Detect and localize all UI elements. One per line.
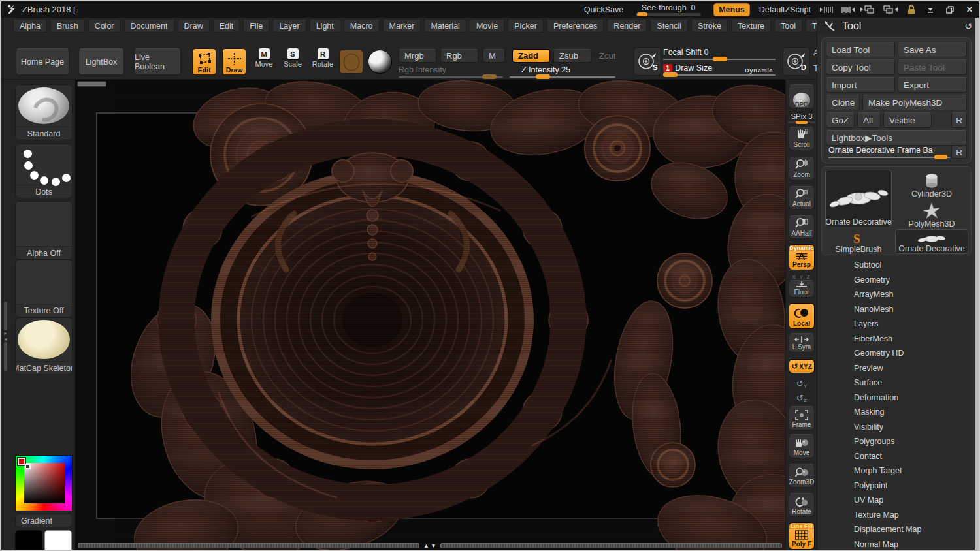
default-zscript-button[interactable]: DefaultZScript xyxy=(759,5,811,14)
section-preview[interactable]: Preview xyxy=(817,361,979,376)
menu-item-texture[interactable]: Texture xyxy=(731,20,771,33)
see-through-handle[interactable] xyxy=(637,12,647,16)
load-tool-button[interactable]: Load Tool xyxy=(826,42,895,57)
goz-r-button[interactable]: R xyxy=(951,112,967,128)
frame-button[interactable]: Frame xyxy=(789,406,815,430)
section-arraymesh[interactable]: ArrayMesh xyxy=(817,287,979,302)
menu-item-layer[interactable]: Layer xyxy=(272,20,306,33)
rotate-y-button[interactable]: ↺Y xyxy=(786,379,817,389)
current-brush-swatch[interactable] xyxy=(339,50,363,74)
current-material-thumbnail[interactable]: MatCap Skeleton xyxy=(15,317,73,375)
menu-item-file[interactable]: File xyxy=(243,20,269,33)
z-intensity-handle[interactable] xyxy=(536,74,550,79)
export-button[interactable]: Export xyxy=(898,77,967,93)
stroke-picker-button[interactable]: S xyxy=(634,47,661,76)
z-intensity-slider[interactable]: Z Intensity 25 xyxy=(510,63,615,78)
zcut-button[interactable]: Zcut xyxy=(593,49,619,63)
persp-button[interactable]: Dynamic Persp xyxy=(789,244,815,270)
save-as-button[interactable]: Save As xyxy=(898,42,967,57)
section-morph-target[interactable]: Morph Target xyxy=(817,464,979,479)
tray-collapse-icon[interactable]: ◂ xyxy=(4,336,7,342)
section-normal-map[interactable]: Normal Map xyxy=(817,537,979,551)
menu-item-light[interactable]: Light xyxy=(310,20,340,33)
section-masking[interactable]: Masking xyxy=(817,405,979,420)
menu-item-color[interactable]: Color xyxy=(88,20,121,33)
document-canvas[interactable]: ▲▼ xyxy=(75,80,785,551)
import-button[interactable]: Import xyxy=(826,77,895,93)
simplebrush-tool[interactable]: S SimpleBrush xyxy=(825,229,892,254)
section-nanomesh[interactable]: NanoMesh xyxy=(817,302,979,317)
floor-button[interactable]: Floor xyxy=(789,280,815,298)
scroll-button[interactable]: Scroll xyxy=(789,127,815,150)
bpr-button[interactable]: BPR xyxy=(789,84,815,109)
quicksave-button[interactable]: QuickSave xyxy=(584,5,623,14)
copy-tool-button[interactable]: Copy Tool xyxy=(826,59,895,75)
section-polypaint[interactable]: Polypaint xyxy=(817,479,979,494)
menu-item-brush[interactable]: Brush xyxy=(50,20,85,33)
left-tray-divider-icon[interactable] xyxy=(820,5,834,14)
minimize-button[interactable] xyxy=(925,5,936,15)
menus-button[interactable]: Menus xyxy=(713,3,750,16)
goz-visible-button[interactable]: Visible xyxy=(883,112,932,128)
canvas-top-scrollbar[interactable] xyxy=(77,81,106,87)
panel-reset-icon[interactable]: ↺ xyxy=(964,21,972,31)
focal-shift-slider[interactable]: Focal Shift 0 xyxy=(663,46,776,60)
menu-item-tool[interactable]: Tool xyxy=(774,20,802,33)
tray-open-down-icon[interactable]: ▼ xyxy=(431,543,436,549)
menu-item-picker[interactable]: Picker xyxy=(508,20,544,33)
menu-item-alpha[interactable]: Alpha xyxy=(13,20,47,33)
tray-expand-icon[interactable]: ▸ xyxy=(4,330,7,336)
section-layers[interactable]: Layers xyxy=(817,317,979,332)
section-uv-map[interactable]: UV Map xyxy=(817,493,979,508)
zoom-button[interactable]: Zoom xyxy=(789,157,815,180)
goz-all-button[interactable]: All xyxy=(857,112,881,128)
active-tool-slider[interactable]: Ornate Decorative Frame Ba xyxy=(828,146,950,158)
polyframe-button[interactable]: Line Fill Poly F xyxy=(789,522,815,550)
scale-button[interactable]: S Scale xyxy=(281,48,304,68)
selected-tool-thumbnail[interactable]: Ornate Decorative xyxy=(825,170,892,227)
section-polygroups[interactable]: Polygroups xyxy=(817,434,979,449)
section-surface[interactable]: Surface xyxy=(817,375,979,390)
current-brush-thumbnail[interactable]: Standard xyxy=(15,84,73,140)
spix-slider[interactable]: SPix 3 xyxy=(787,112,816,123)
polymesh3d-tool[interactable]: PolyMesh3D xyxy=(895,200,968,228)
menu-item-preferences[interactable]: Preferences xyxy=(547,20,604,33)
draw-size-handle[interactable] xyxy=(663,72,678,77)
rgb-button[interactable]: Rgb xyxy=(440,49,478,63)
bottom-tray-divider[interactable]: ▲▼ xyxy=(78,543,782,549)
home-page-button[interactable]: Home Page xyxy=(16,48,69,75)
current-texture-thumbnail[interactable]: Texture Off xyxy=(15,260,73,317)
menu-item-render[interactable]: Render xyxy=(607,20,647,33)
menu-item-movie[interactable]: Movie xyxy=(470,20,504,33)
zoom3d-button[interactable]: Zoom3D xyxy=(789,464,815,488)
gradient-button[interactable]: Gradient xyxy=(15,514,73,527)
floor-axis-toggles[interactable]: X Y Z xyxy=(786,274,817,280)
draw-button[interactable]: Draw xyxy=(222,48,246,75)
rgb-intensity-handle[interactable] xyxy=(482,74,497,79)
menu-item-edit[interactable]: Edit xyxy=(213,20,240,33)
bottom-divider-track-right[interactable] xyxy=(440,543,782,548)
lightbox-tools-button[interactable]: Lightbox▶Tools xyxy=(826,130,967,146)
cylinder3d-tool[interactable]: Cylinder3D xyxy=(895,170,968,198)
see-through-slider[interactable]: See-through 0 xyxy=(632,3,704,16)
menu-item-document[interactable]: Document xyxy=(124,20,174,33)
clone-button[interactable]: Clone xyxy=(826,95,860,110)
color-picker[interactable] xyxy=(15,455,73,511)
focal-shift-handle[interactable] xyxy=(713,57,727,61)
goz-button[interactable]: GoZ xyxy=(826,112,855,128)
active-tool-slider-handle[interactable] xyxy=(934,155,947,159)
ornate-small-tool[interactable]: Ornate Decorative xyxy=(895,229,968,254)
m-button[interactable]: M xyxy=(483,49,505,63)
menu-item-stroke[interactable]: Stroke xyxy=(691,20,728,33)
current-stroke-thumbnail[interactable]: Dots xyxy=(15,144,73,198)
secondary-color-swatch[interactable] xyxy=(44,530,72,551)
menu-item-material[interactable]: Material xyxy=(424,20,466,33)
section-fibermesh[interactable]: FiberMesh xyxy=(817,332,979,347)
make-polymesh3d-button[interactable]: Make PolyMesh3D xyxy=(862,95,967,110)
tray-scroll-track2[interactable] xyxy=(4,342,7,371)
menu-item-marker[interactable]: Marker xyxy=(383,20,421,33)
mrgb-button[interactable]: Mrgb xyxy=(399,49,436,63)
zadd-button[interactable]: Zadd xyxy=(512,49,550,63)
lightbox-button[interactable]: LightBox xyxy=(78,48,124,75)
move-3d-button[interactable]: Move xyxy=(789,434,815,458)
